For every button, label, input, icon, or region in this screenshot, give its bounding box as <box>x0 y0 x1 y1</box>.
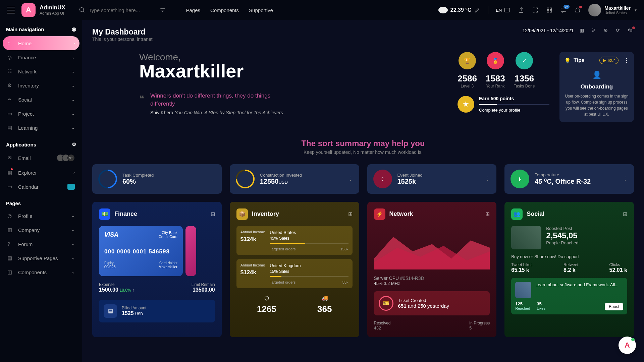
truck-icon: 🚚 <box>317 295 332 301</box>
translate-icon[interactable] <box>504 7 511 13</box>
credit-card[interactable]: VISA City BankCredit Card 000 0000 0001 … <box>99 226 183 276</box>
receipt-icon: ▤ <box>104 304 117 318</box>
ticket-card: 🎫 Ticket Created651 and 250 yesterday <box>374 291 490 315</box>
sidebar: Main navigation ◉ ⌂Home› ◎Finance⌄ ☷Netw… <box>0 20 82 362</box>
brand-title: AdminUX <box>40 4 65 11</box>
server-mhz: 45% 3.2 MHz <box>374 281 490 286</box>
sidebar-item-learning[interactable]: ▤Learning⌄ <box>3 121 79 135</box>
sidebar-page-profile[interactable]: ◔Profile⌄ <box>3 209 79 223</box>
sidebar-item-inventory[interactable]: ⚙Inventory⌄ <box>3 78 79 93</box>
cloud-icon <box>438 7 448 13</box>
upload-icon[interactable] <box>518 7 525 13</box>
avatar <box>588 4 601 16</box>
welcome-name: Maxartkiller <box>139 60 447 82</box>
fab-button[interactable]: A <box>619 337 636 354</box>
cart-icon[interactable]: 🛍 <box>628 27 634 34</box>
menu-toggle[interactable] <box>7 7 15 13</box>
svg-point-0 <box>79 8 84 12</box>
metric-more-icon[interactable]: ⋮ <box>485 176 490 182</box>
earn-title: Earn 500 points <box>479 96 549 101</box>
sidebar-page-components[interactable]: ◫Components⌄ <box>3 265 79 279</box>
sidebar-page-company[interactable]: ▥Company⌄ <box>3 223 79 237</box>
weather[interactable]: 22.39 °C <box>438 7 481 13</box>
svg-rect-3 <box>550 8 552 9</box>
fullscreen-icon[interactable] <box>532 7 539 13</box>
tour-button[interactable]: ▶ Tour <box>599 57 619 64</box>
learn-image <box>515 282 531 298</box>
metric-more-icon[interactable]: ⋮ <box>623 176 628 182</box>
thermometer-icon: 🌡 <box>511 170 529 188</box>
metric-more-icon[interactable]: ⋮ <box>210 176 216 182</box>
svg-rect-1 <box>505 8 510 12</box>
sidebar-item-home[interactable]: ⌂Home› <box>3 36 79 50</box>
sidebar-item-social[interactable]: ⚭Social⌄ <box>3 93 79 107</box>
network-card: ⚡Network⊞ Server CPU #0514-R3D 45% 3.2 M… <box>367 202 497 337</box>
area-chart <box>374 226 490 269</box>
svg-rect-2 <box>547 8 549 9</box>
summary-title: The sort summary may help you <box>92 139 634 148</box>
boost-button[interactable]: Boost <box>605 303 623 310</box>
expand-icon[interactable]: ⊞ <box>485 211 490 217</box>
star-icon: ★ <box>458 96 474 113</box>
expand-icon[interactable]: ⊞ <box>211 211 215 217</box>
calendar-icon[interactable]: ▦ <box>580 27 586 34</box>
apps-icon[interactable] <box>546 7 553 13</box>
network-icon: ⚡ <box>374 208 385 220</box>
billed-card: ▤ Billed Amount1525 USD <box>99 300 215 322</box>
search-icon[interactable] <box>79 7 86 13</box>
calendar-badge <box>67 184 75 190</box>
metric-temp: 🌡 Temperature45 ⁰C, Office R-32 ⋮ <box>504 164 634 194</box>
user-circle-icon[interactable]: ◉ <box>72 26 76 32</box>
brand[interactable]: A AdminUX Admin App UI <box>21 3 65 17</box>
cube-icon: ⬡ <box>257 295 276 301</box>
server-label: Server CPU #0514-R3D <box>374 276 490 281</box>
sidebar-item-project[interactable]: ▭Project⌄ <box>3 107 79 121</box>
refresh-icon[interactable]: ⟳ <box>616 27 622 34</box>
ticket-icon: 🎫 <box>379 296 393 311</box>
earn-card[interactable]: ★ Earn 500 points Complete your profile <box>458 96 549 113</box>
user-name: Maxartkiller <box>604 5 631 11</box>
learn-text: Learn about software and Framework. All.… <box>535 282 623 298</box>
logo-icon: A <box>21 3 36 17</box>
sidebar-page-supportive[interactable]: ▤Supportive Pages⌄ <box>3 251 79 265</box>
svg-rect-5 <box>550 11 552 12</box>
finance-card: 💵Finance⊞ VISA City BankCredit Card 000 … <box>92 202 222 337</box>
expand-icon[interactable]: ⊞ <box>623 211 627 217</box>
top-link-components[interactable]: Components <box>210 7 239 13</box>
date-range[interactable]: 12/08/2021 - 12/14/2021 <box>522 28 574 33</box>
nav-pages-title: Pages <box>6 200 21 206</box>
money-icon: 💵 <box>99 208 110 220</box>
filter-tool-icon[interactable]: ⚞ <box>592 27 598 34</box>
tips-body: User on-boarding comes in the sign up fl… <box>564 93 629 117</box>
nav-main-title: Main navigation <box>6 26 44 32</box>
top-link-pages[interactable]: Pages <box>186 7 201 13</box>
nav-apps-title: Applications <box>6 142 36 147</box>
metric-more-icon[interactable]: ⋮ <box>348 176 353 182</box>
sidebar-item-network[interactable]: ☷Network⌄ <box>3 64 79 78</box>
top-link-supportive[interactable]: Supportive <box>249 7 273 13</box>
people-icon: 👥 <box>511 208 523 220</box>
tips-more-icon[interactable]: ⋮ <box>624 57 629 64</box>
quote-text: Winners don't do different things, they … <box>150 92 284 108</box>
quote-author: Shiv Khera You Can Win: A Step by Step T… <box>150 110 284 115</box>
user-menu[interactable]: Maxartkiller United States ▼ <box>588 4 637 16</box>
settings-icon[interactable]: ⚙ <box>72 141 76 147</box>
main-content: My Dashboard This is your personal intra… <box>82 20 644 362</box>
bell-icon[interactable] <box>574 7 581 13</box>
sidebar-page-forum[interactable]: ?Forum⌄ <box>3 237 79 251</box>
fab-logo-icon: A <box>625 341 630 350</box>
sidebar-app-calendar[interactable]: ▭Calendar <box>3 180 79 194</box>
sidebar-app-explorer[interactable]: ▦Explorer› <box>3 166 79 180</box>
stat-level: 🏆2586Level 3 <box>458 52 477 88</box>
filter-icon[interactable] <box>159 7 166 13</box>
expand-icon[interactable]: ⊞ <box>348 211 353 217</box>
sidebar-item-finance[interactable]: ◎Finance⌄ <box>3 50 79 64</box>
weather-temp: 22.39 °C <box>450 7 471 13</box>
chat-icon[interactable]: 9+ <box>560 7 567 13</box>
edit-icon[interactable] <box>474 7 481 13</box>
globe-icon[interactable]: ⊛ <box>604 27 610 34</box>
sidebar-app-email[interactable]: ✉Email 9+ <box>3 150 79 166</box>
page-title: My Dashboard <box>92 27 153 37</box>
search-input[interactable] <box>89 7 156 13</box>
brand-subtitle: Admin App UI <box>40 11 65 16</box>
